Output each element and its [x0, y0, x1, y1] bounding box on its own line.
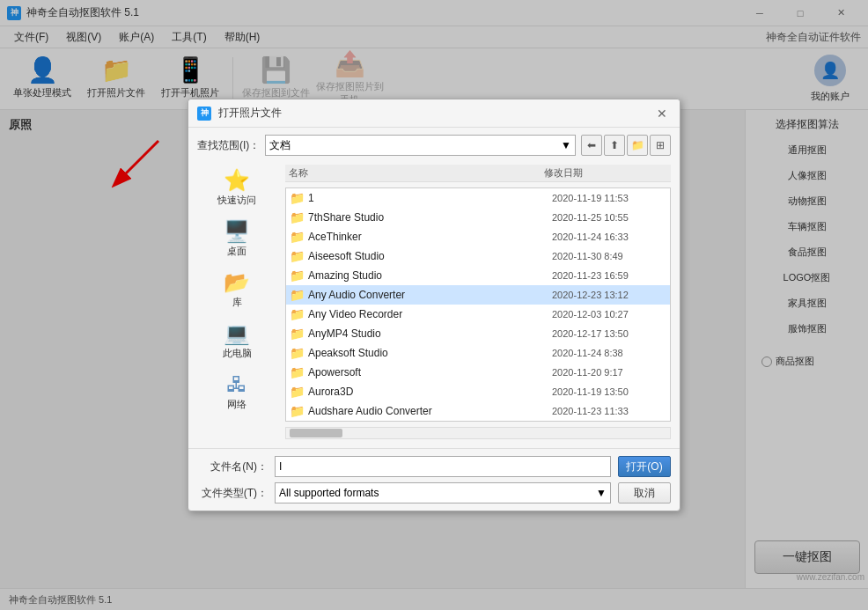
folder-icon: 📁 — [290, 249, 305, 263]
col-date-header: 修改日期 — [544, 166, 658, 180]
filename-row: 文件名(N)： 打开(O) — [197, 456, 671, 477]
loc-back-button[interactable]: ⬅ — [581, 135, 602, 156]
file-list-header: 名称 修改日期 — [285, 165, 671, 182]
open-button[interactable]: 打开(O) — [618, 456, 671, 477]
cancel-button[interactable]: 取消 — [618, 482, 671, 503]
file-date: 2020-11-19 11:53 — [552, 193, 666, 203]
file-row[interactable]: 📁 Aiseesoft Studio 2020-11-30 8:49 — [286, 246, 670, 266]
file-row[interactable]: 📁 Apeaksoft Studio 2020-11-24 8:38 — [286, 343, 670, 363]
file-date: 2020-11-23 16:59 — [552, 270, 666, 281]
file-row[interactable]: 📁 Aurora3D 2020-11-19 13:50 — [286, 382, 670, 401]
nav-network[interactable]: 🖧 网络 — [197, 369, 276, 416]
dialog-nav: ⭐ 快速访问 🖥️ 桌面 📂 库 💻 此电脑 🖧 网络 — [197, 165, 276, 439]
file-date: 2020-12-03 10:27 — [552, 309, 666, 320]
nav-computer[interactable]: 💻 此电脑 — [197, 318, 276, 365]
file-name: Audshare Audio Converter — [308, 405, 552, 417]
file-name: 7thShare Studio — [308, 211, 552, 224]
network-icon: 🖧 — [226, 374, 247, 395]
file-date: 2020-12-17 13:50 — [552, 328, 666, 339]
folder-icon: 📁 — [290, 288, 305, 302]
folder-icon: 📁 — [290, 327, 305, 341]
folder-icon: 📁 — [290, 404, 305, 418]
dialog-bottom: 文件名(N)： 打开(O) 文件类型(T)： All supported for… — [188, 448, 680, 511]
folder-icon: 📁 — [290, 191, 305, 205]
library-label: 库 — [232, 296, 242, 309]
library-icon: 📂 — [224, 272, 250, 293]
dialog-title-bar: 神 打开照片文件 ✕ — [188, 99, 680, 128]
file-list[interactable]: 📁 1 2020-11-19 11:53 📁 7thShare Studio 2… — [285, 187, 671, 422]
open-file-dialog: 神 打开照片文件 ✕ 查找范围(I)： 文档 ▼ ⬅ ⬆ 📁 ⊞ — [188, 99, 680, 511]
file-area: 名称 修改日期 📁 1 2020-11-19 11:53 📁 7thShare … — [285, 165, 671, 439]
file-row[interactable]: 📁 AceThinker 2020-11-24 16:33 — [286, 227, 670, 246]
file-date: 2020-12-23 13:12 — [552, 290, 666, 300]
nav-quick-access[interactable]: ⭐ 快速访问 — [197, 165, 276, 212]
file-row[interactable]: 📁 Audshare Audio Converter 2020-11-23 11… — [286, 401, 670, 421]
loc-view-button[interactable]: ⊞ — [650, 135, 671, 156]
filetype-row: 文件类型(T)： All supported formats ▼ 取消 — [197, 482, 671, 503]
file-row[interactable]: 📁 1 2020-11-19 11:53 — [286, 188, 670, 208]
loc-newfolder-button[interactable]: 📁 — [627, 135, 648, 156]
folder-icon: 📁 — [290, 210, 305, 224]
location-value: 文档 — [269, 138, 291, 153]
file-date: 2020-11-24 16:33 — [552, 232, 666, 242]
filename-input[interactable] — [275, 456, 611, 477]
file-date: 2020-11-19 13:50 — [552, 386, 666, 397]
file-row[interactable]: 📁 Any Video Recorder 2020-12-03 10:27 — [286, 305, 670, 324]
file-name: Any Video Recorder — [308, 308, 552, 320]
folder-icon: 📁 — [290, 230, 305, 244]
file-name: Apeaksoft Studio — [308, 347, 552, 359]
location-label: 查找范围(I)： — [197, 138, 260, 153]
col-scroll-spacer — [658, 166, 667, 180]
computer-label: 此电脑 — [223, 347, 252, 360]
location-bar: 查找范围(I)： 文档 ▼ ⬅ ⬆ 📁 ⊞ — [197, 135, 671, 156]
dialog-title-text: 打开照片文件 — [218, 106, 646, 121]
horizontal-scrollbar[interactable] — [285, 427, 671, 439]
file-name: AceThinker — [308, 231, 552, 243]
folder-icon: 📁 — [290, 346, 305, 360]
filetype-select[interactable]: All supported formats ▼ — [275, 482, 611, 503]
dialog-close-button[interactable]: ✕ — [653, 105, 671, 122]
file-row[interactable]: 📁 7thShare Studio 2020-11-25 10:55 — [286, 208, 670, 227]
dialog-overlay: 神 打开照片文件 ✕ 查找范围(I)： 文档 ▼ ⬅ ⬆ 📁 ⊞ — [0, 0, 868, 610]
file-date: 2020-11-23 11:33 — [552, 406, 666, 416]
file-name: 1 — [308, 192, 552, 204]
loc-up-button[interactable]: ⬆ — [604, 135, 625, 156]
file-name: Amazing Studio — [308, 269, 552, 282]
quick-access-icon: ⭐ — [224, 170, 250, 191]
filetype-dropdown-icon: ▼ — [596, 487, 607, 499]
hscroll-thumb[interactable] — [290, 429, 342, 437]
filetype-value: All supported formats — [279, 487, 379, 499]
file-date: 2020-11-24 8:38 — [552, 348, 666, 358]
location-buttons: ⬅ ⬆ 📁 ⊞ — [581, 135, 671, 156]
file-name: Aiseesoft Studio — [308, 250, 552, 262]
folder-icon: 📁 — [290, 268, 305, 283]
file-date: 2020-11-20 9:17 — [552, 367, 666, 378]
filename-label: 文件名(N)： — [197, 459, 268, 474]
folder-icon: 📁 — [290, 307, 305, 321]
file-name: Any Audio Converter — [308, 289, 552, 301]
dialog-title-icon: 神 — [197, 107, 211, 121]
network-label: 网络 — [227, 398, 246, 411]
file-name: AnyMP4 Studio — [308, 327, 552, 340]
desktop-icon: 🖥️ — [224, 221, 250, 242]
col-name-header[interactable]: 名称 — [289, 166, 544, 180]
computer-icon: 💻 — [224, 323, 250, 344]
file-name: Apowersoft — [308, 366, 552, 378]
dialog-location-row: 查找范围(I)： 文档 ▼ ⬅ ⬆ 📁 ⊞ — [188, 128, 680, 156]
nav-desktop[interactable]: 🖥️ 桌面 — [197, 216, 276, 263]
file-row[interactable]: 📁 Any Audio Converter 2020-12-23 13:12 — [286, 285, 670, 305]
folder-icon: 📁 — [290, 385, 305, 399]
file-date: 2020-11-25 10:55 — [552, 212, 666, 223]
file-row[interactable]: 📁 Amazing Studio 2020-11-23 16:59 — [286, 266, 670, 285]
filetype-label: 文件类型(T)： — [197, 486, 268, 501]
location-dropdown-icon: ▼ — [561, 139, 571, 151]
file-date: 2020-11-30 8:49 — [552, 251, 666, 261]
quick-access-label: 快速访问 — [217, 194, 256, 207]
folder-icon: 📁 — [290, 365, 305, 379]
location-select[interactable]: 文档 ▼ — [265, 135, 576, 156]
file-name: Aurora3D — [308, 386, 552, 398]
desktop-label: 桌面 — [227, 245, 246, 258]
nav-library[interactable]: 📂 库 — [197, 267, 276, 314]
file-row[interactable]: 📁 AnyMP4 Studio 2020-12-17 13:50 — [286, 324, 670, 343]
file-row[interactable]: 📁 Apowersoft 2020-11-20 9:17 — [286, 363, 670, 382]
